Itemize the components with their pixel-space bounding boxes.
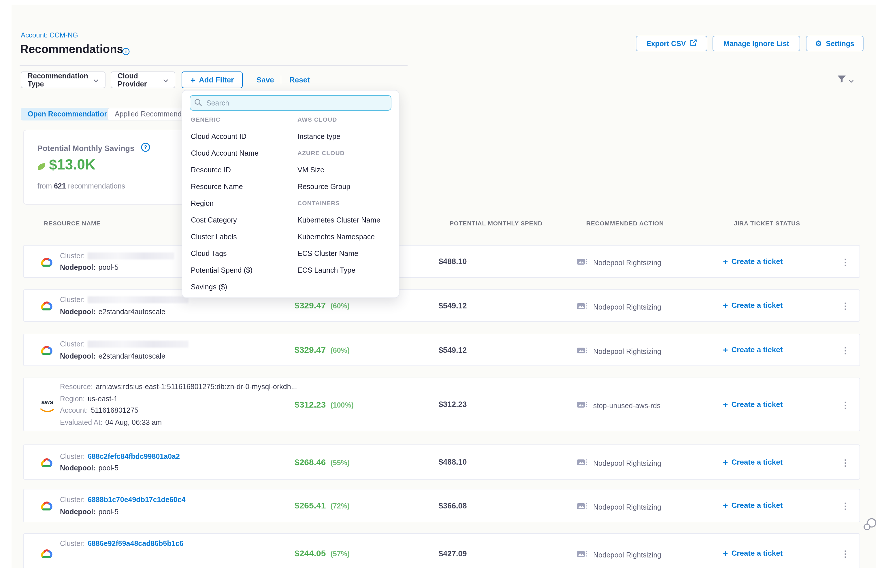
savings-percent: (72%) [330, 502, 350, 510]
plus-icon: + [723, 300, 728, 310]
resource-details: Cluster:Nodepool:e2standar4autoscale [60, 294, 189, 318]
filter-option-region[interactable]: Region [191, 200, 214, 207]
filter-option-ecs-cluster-name[interactable]: ECS Cluster Name [297, 250, 358, 258]
resource-line: Region:us-east-1 [60, 393, 297, 405]
gcp-cloud-icon [40, 256, 54, 270]
filter-option-instance-type[interactable]: Instance type [297, 133, 340, 141]
filter-option-resource-group[interactable]: Resource Group [297, 183, 350, 191]
column-header-recommended-action: RECOMMENDED ACTION [586, 220, 664, 226]
table-row[interactable]: Cluster:6886e92f59a48cad86b5b1c6$244.05(… [23, 533, 860, 568]
resource-line: Evaluated At:04 Aug, 06:33 am [60, 417, 297, 428]
filter-funnel-button[interactable] [837, 75, 854, 86]
savings-amount: $13.0K [49, 156, 95, 173]
reset-filter-button[interactable]: Reset [290, 72, 310, 88]
field-label: Nodepool: [60, 508, 96, 516]
filter-option-cluster-labels[interactable]: Cluster Labels [191, 233, 237, 241]
filter-section-azure-cloud: AZURE CLOUD [297, 149, 345, 156]
create-ticket-label: Create a ticket [732, 345, 783, 354]
resource-line: Cluster:688c2fefc84fbdc99801a0a2 [60, 450, 180, 462]
filter-option-cloud-tags[interactable]: Cloud Tags [191, 250, 227, 258]
cloud-provider-label: Cloud Provider [118, 72, 159, 88]
field-label: Cluster: [60, 496, 85, 504]
table-row[interactable]: awsResource:arn:aws:rds:us-east-1:511616… [23, 378, 860, 431]
funnel-icon [837, 75, 846, 86]
filter-option-kubernetes-cluster-name[interactable]: Kubernetes Cluster Name [297, 216, 381, 224]
filter-option-savings[interactable]: Savings ($) [191, 283, 227, 291]
title-info-icon[interactable] [122, 47, 130, 58]
export-csv-button[interactable]: Export CSV [636, 36, 707, 51]
table-header-row: RESOURCE NAMEPOTENTIAL MONTHLY SPENDRECO… [23, 220, 865, 229]
filter-option-resource-name[interactable]: Resource Name [191, 183, 243, 191]
gcp-cloud-icon [40, 500, 54, 514]
spend-value: $312.23 [439, 400, 467, 409]
recommendations-page: Account: CCM-NG Recommendations Export C… [12, 4, 876, 568]
savings-percent: (57%) [330, 550, 350, 558]
table-row[interactable]: Cluster:Nodepool:e2standar4autoscale$329… [23, 290, 860, 322]
recommendation-type-filter[interactable]: Recommendation Type [21, 72, 105, 88]
filter-option-cloud-account-name[interactable]: Cloud Account Name [191, 149, 258, 158]
create-ticket-button[interactable]: +Create a ticket [723, 548, 783, 558]
account-breadcrumb[interactable]: Account: CCM-NG [21, 31, 78, 39]
recommended-action: Nodepool Rightsizing [576, 346, 661, 357]
rightsizing-action-icon [576, 549, 589, 561]
manage-ignore-list-label: Manage Ignore List [723, 39, 789, 48]
table-row[interactable]: Cluster:Nodepool:pool-5$488.10Nodepool R… [23, 245, 860, 278]
spend-value: $488.10 [439, 458, 467, 466]
chevron-down-icon [849, 75, 854, 86]
resource-details: Resource:arn:aws:rds:us-east-1:511616801… [60, 381, 297, 428]
cluster-link[interactable]: 688c2fefc84fbdc99801a0a2 [88, 453, 180, 460]
leaf-icon [37, 162, 47, 174]
create-ticket-button[interactable]: +Create a ticket [723, 256, 783, 266]
filter-option-cloud-account-id[interactable]: Cloud Account ID [191, 133, 246, 141]
filter-option-kubernetes-namespace[interactable]: Kubernetes Namespace [297, 233, 375, 241]
savings-subtext-prefix: from [38, 182, 52, 190]
create-ticket-label: Create a ticket [732, 549, 783, 558]
gcp-cloud-icon [40, 300, 54, 314]
table-row[interactable]: Cluster:Nodepool:e2standar4autoscale$329… [23, 334, 860, 366]
create-ticket-button[interactable]: +Create a ticket [723, 457, 783, 466]
cloud-provider-filter[interactable]: Cloud Provider [111, 72, 175, 88]
create-ticket-button[interactable]: +Create a ticket [723, 345, 783, 354]
savings-percent: (55%) [330, 459, 350, 466]
row-menu-button[interactable]: ⋮ [841, 549, 849, 559]
table-row[interactable]: Cluster:6888b1c70e49db17c1de60c4Nodepool… [23, 489, 860, 522]
filter-search-input[interactable] [190, 95, 392, 111]
table-row[interactable]: Cluster:688c2fefc84fbdc99801a0a2Nodepool… [23, 444, 860, 480]
settings-button[interactable]: ⚙ Settings [806, 36, 864, 51]
row-menu-button[interactable]: ⋮ [841, 400, 849, 410]
rightsizing-action-icon [576, 346, 589, 357]
row-menu-button[interactable]: ⋮ [841, 501, 849, 512]
row-menu-button[interactable]: ⋮ [841, 458, 849, 468]
search-icon [194, 99, 202, 109]
savings-cell: $265.41(72%) [295, 500, 350, 510]
cluster-link[interactable]: 6886e92f59a48cad86b5b1c6 [88, 540, 183, 548]
rightsizing-action-icon [576, 501, 589, 513]
create-ticket-button[interactable]: +Create a ticket [723, 300, 783, 310]
add-filter-button[interactable]: + Add Filter [182, 72, 243, 88]
filter-option-cost-category[interactable]: Cost Category [191, 216, 237, 224]
help-circle-icon[interactable]: ? [141, 142, 150, 154]
manage-ignore-list-button[interactable]: Manage Ignore List [712, 36, 800, 51]
filter-option-potential-spend[interactable]: Potential Spend ($) [191, 266, 252, 274]
filter-option-ecs-launch-type[interactable]: ECS Launch Type [297, 266, 356, 274]
row-menu-button[interactable]: ⋮ [841, 301, 849, 311]
plus-icon: + [723, 399, 728, 409]
spend-value: $366.08 [439, 501, 467, 510]
resource-line: Nodepool:e2standar4autoscale [60, 350, 189, 362]
help-chat-icon[interactable] [862, 517, 878, 534]
resource-details: Cluster:Nodepool:e2standar4autoscale [60, 338, 189, 362]
add-filter-dropdown: GENERICCloud Account IDCloud Account Nam… [182, 90, 399, 298]
row-menu-button[interactable]: ⋮ [841, 257, 849, 267]
create-ticket-button[interactable]: +Create a ticket [723, 500, 783, 510]
filter-option-resource-id[interactable]: Resource ID [191, 166, 231, 174]
field-label: Cluster: [60, 296, 85, 304]
row-menu-button[interactable]: ⋮ [841, 345, 849, 356]
tab-open-recommendations[interactable]: Open Recommendations [21, 108, 120, 120]
recommended-action: Nodepool Rightsizing [576, 257, 661, 268]
save-filter-button[interactable]: Save [256, 72, 274, 88]
external-link-icon [690, 39, 697, 48]
cluster-link[interactable]: 6888b1c70e49db17c1de60c4 [88, 496, 185, 504]
create-ticket-button[interactable]: +Create a ticket [723, 399, 783, 409]
resource-line: Cluster:6886e92f59a48cad86b5b1c6 [60, 538, 183, 550]
filter-option-vm-size[interactable]: VM Size [297, 166, 324, 174]
